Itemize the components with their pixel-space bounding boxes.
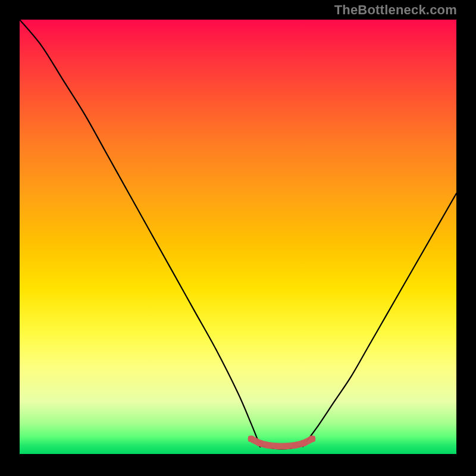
curve-layer: [20, 20, 456, 449]
valley-marker-dot: [309, 436, 315, 442]
plot-area: [20, 20, 456, 454]
curve-path: [20, 20, 456, 449]
valley-marker-dot: [265, 442, 271, 448]
valley-marker-dot: [274, 443, 280, 449]
valley-marker-dot: [300, 440, 306, 446]
valley-marker-layer: [248, 436, 315, 449]
watermark-text: TheBottleneck.com: [334, 2, 457, 18]
valley-marker-dot: [257, 440, 263, 446]
valley-marker-dot: [248, 436, 254, 442]
chart-frame: TheBottleneck.com: [0, 0, 476, 476]
valley-marker-dot: [283, 443, 289, 449]
plot-svg: [20, 20, 456, 454]
valley-marker-dot: [292, 442, 298, 448]
